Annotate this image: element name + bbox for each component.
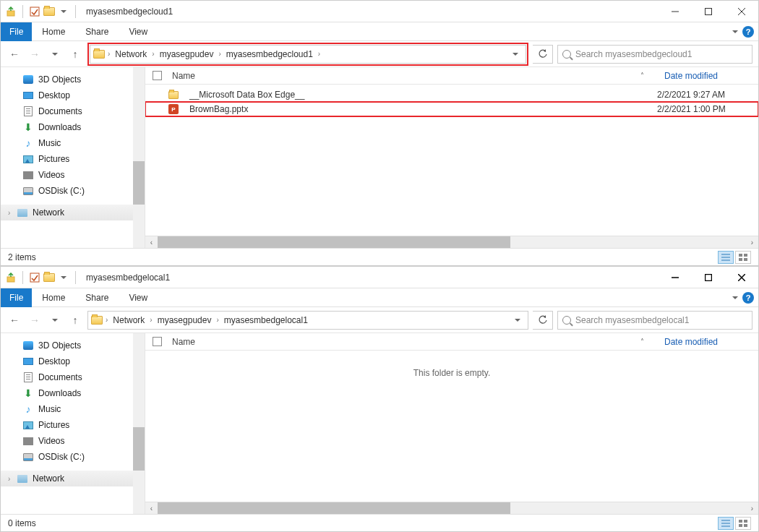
sidebar-item-documents[interactable]: Documents [1, 369, 145, 385]
refresh-button[interactable] [533, 45, 553, 64]
qat-dropdown-icon[interactable] [58, 272, 69, 283]
breadcrumb-host[interactable]: myasegpudev [155, 315, 214, 325]
forward-button[interactable]: → [27, 46, 43, 62]
navbar: ← → ↑ › Network › myasegpudev › myasesmb… [1, 307, 758, 333]
select-all-checkbox[interactable] [153, 71, 162, 80]
qat-dropdown-icon[interactable] [58, 6, 69, 17]
search-input[interactable] [575, 315, 747, 325]
file-row-pptx[interactable]: P BrownBag.pptx 2/2/2021 1:00 PM [145, 102, 758, 116]
chevron-right-icon[interactable]: › [216, 316, 218, 324]
ribbon-collapse-icon[interactable] [732, 296, 738, 299]
breadcrumb-share[interactable]: myasesmbedgecloud1 [224, 49, 315, 59]
app-icon [5, 272, 17, 283]
sidebar-item-3d-objects[interactable]: 3D Objects [1, 72, 145, 87]
history-dropdown-icon[interactable] [47, 46, 63, 62]
sidebar-item-osdisk[interactable]: OSDisk (C:) [1, 183, 145, 199]
help-icon[interactable]: ? [742, 26, 754, 38]
minimize-button[interactable] [659, 267, 692, 288]
sidebar-scrollbar[interactable] [133, 333, 145, 514]
up-button[interactable]: ↑ [67, 312, 83, 328]
folder-icon[interactable] [43, 6, 55, 17]
sidebar-item-label: Pictures [38, 420, 69, 430]
sidebar-item-label: Documents [38, 106, 82, 116]
view-details-button[interactable] [718, 251, 734, 264]
sidebar-item-music[interactable]: ♪Music [1, 135, 145, 151]
sidebar-item-network[interactable]: ›Network [1, 471, 145, 486]
svg-rect-14 [30, 273, 39, 282]
sidebar-item-label: Desktop [38, 90, 70, 100]
tab-view[interactable]: View [119, 22, 158, 41]
sidebar-item-desktop[interactable]: Desktop [1, 353, 145, 369]
breadcrumb-network[interactable]: Network [113, 49, 149, 59]
sidebar-item-pictures[interactable]: Pictures [1, 417, 145, 433]
view-icons-button[interactable] [735, 517, 751, 530]
back-button[interactable]: ← [7, 46, 22, 62]
chevron-right-icon[interactable]: › [106, 316, 108, 324]
chevron-right-icon[interactable]: › [152, 50, 154, 58]
sidebar-item-network[interactable]: ›Network [1, 205, 145, 220]
help-icon[interactable]: ? [742, 292, 754, 304]
breadcrumb-host[interactable]: myasegpudev [158, 49, 216, 59]
column-name[interactable]: Name˄ [168, 337, 659, 347]
search-input[interactable] [575, 49, 747, 59]
ribbon-collapse-icon[interactable] [732, 30, 738, 33]
sidebar-item-videos[interactable]: Videos [1, 167, 145, 183]
breadcrumb-share[interactable]: myasesmbedgelocal1 [222, 315, 310, 325]
sidebar-item-3d-objects[interactable]: 3D Objects [1, 338, 145, 353]
address-bar[interactable]: › Network › myasegpudev › myasesmbedgecl… [90, 45, 526, 64]
sidebar-scrollbar[interactable] [133, 67, 145, 248]
chevron-right-icon[interactable]: › [318, 50, 320, 58]
column-date[interactable]: Date modified [664, 337, 758, 347]
properties-icon[interactable] [29, 6, 40, 17]
view-icons-button[interactable] [735, 251, 751, 264]
search-box[interactable] [557, 311, 752, 330]
tab-home[interactable]: Home [32, 288, 75, 307]
chevron-right-icon[interactable]: › [150, 316, 152, 324]
chevron-right-icon[interactable]: › [218, 50, 220, 58]
sidebar-item-downloads[interactable]: ⬇Downloads [1, 119, 145, 135]
svg-rect-1 [30, 7, 39, 16]
column-name[interactable]: Name˄ [168, 71, 659, 81]
forward-button[interactable]: → [27, 312, 43, 328]
select-all-checkbox[interactable] [153, 337, 162, 346]
status-bar: 2 items [1, 248, 758, 265]
breadcrumb-network[interactable]: Network [111, 315, 147, 325]
horizontal-scrollbar[interactable]: ‹› [145, 502, 758, 514]
maximize-button[interactable] [692, 267, 725, 288]
horizontal-scrollbar[interactable]: ‹› [145, 236, 758, 248]
folder-icon[interactable] [43, 272, 55, 283]
tab-home[interactable]: Home [32, 22, 75, 41]
view-details-button[interactable] [718, 517, 734, 530]
history-dropdown-icon[interactable] [47, 312, 63, 328]
close-button[interactable] [725, 1, 758, 22]
ribbon: File Home Share View ? [1, 22, 758, 41]
chevron-right-icon[interactable]: › [108, 50, 110, 58]
tab-share[interactable]: Share [75, 288, 119, 307]
address-dropdown-icon[interactable] [508, 53, 523, 56]
chevron-right-icon[interactable]: › [8, 209, 10, 217]
sidebar-item-videos[interactable]: Videos [1, 433, 145, 449]
minimize-button[interactable] [659, 1, 692, 22]
sidebar-item-downloads[interactable]: ⬇Downloads [1, 385, 145, 401]
column-date[interactable]: Date modified [664, 71, 758, 81]
sidebar-item-pictures[interactable]: Pictures [1, 151, 145, 167]
address-bar[interactable]: › Network › myasegpudev › myasesmbedgelo… [87, 311, 528, 330]
tab-file[interactable]: File [1, 288, 32, 307]
sidebar-item-music[interactable]: ♪Music [1, 401, 145, 417]
refresh-button[interactable] [533, 311, 553, 330]
up-button[interactable]: ↑ [67, 46, 83, 62]
sidebar-item-osdisk[interactable]: OSDisk (C:) [1, 449, 145, 465]
maximize-button[interactable] [692, 1, 725, 22]
sidebar-item-documents[interactable]: Documents [1, 103, 145, 119]
back-button[interactable]: ← [7, 312, 22, 328]
close-button[interactable] [725, 267, 758, 288]
properties-icon[interactable] [29, 272, 40, 283]
tab-share[interactable]: Share [75, 22, 119, 41]
tab-file[interactable]: File [1, 22, 32, 41]
address-dropdown-icon[interactable] [510, 319, 525, 322]
chevron-right-icon[interactable]: › [8, 475, 10, 483]
sidebar-item-desktop[interactable]: Desktop [1, 87, 145, 103]
tab-view[interactable]: View [119, 288, 158, 307]
search-box[interactable] [557, 45, 752, 64]
file-row-folder[interactable]: __Microsoft Data Box Edge__ 2/2/2021 9:2… [145, 87, 758, 102]
